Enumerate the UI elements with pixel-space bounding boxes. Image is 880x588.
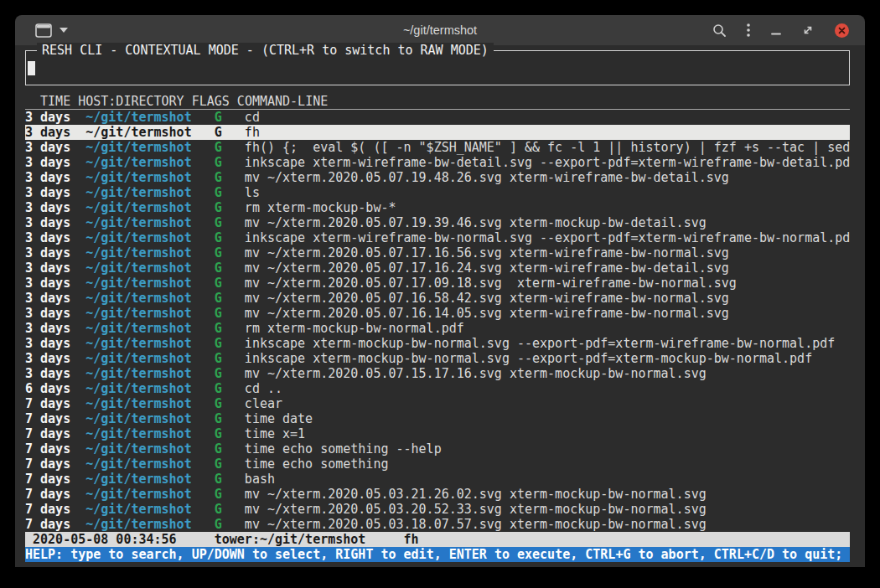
history-row[interactable]: 3 days ~/git/termshot G cd — [25, 110, 850, 125]
flags-cell: G — [215, 260, 237, 276]
host-dir-cell: ~/git/termshot — [85, 110, 206, 125]
history-row[interactable]: 3 days ~/git/termshot G mv ~/xterm.2020.… — [25, 366, 850, 381]
terminal-screen[interactable]: RESH CLI - CONTEXTUAL MODE - (CTRL+R to … — [15, 45, 865, 567]
host-dir-cell: ~/git/termshot — [85, 170, 206, 185]
flags-cell: G — [215, 230, 237, 245]
history-row[interactable]: 7 days ~/git/termshot G time echo someth… — [25, 456, 850, 472]
close-button[interactable] — [834, 23, 850, 39]
time-cell: 7 days — [25, 487, 78, 502]
command-cell: bash — [245, 472, 275, 487]
history-row[interactable]: 7 days ~/git/termshot G clear — [25, 396, 850, 411]
command-cell: inkscape xterm-mockup-bw-normal.svg --ex… — [245, 351, 812, 366]
flags-cell: G — [215, 472, 237, 487]
flags-cell: G — [215, 321, 237, 336]
time-cell: 3 days — [25, 306, 78, 321]
command-cell: clear — [245, 396, 282, 411]
host-dir-cell: ~/git/termshot — [85, 351, 206, 366]
restore-icon — [801, 23, 815, 37]
host-dir-cell: ~/git/termshot — [85, 276, 206, 291]
command-cell: fh() {; eval $( ([ -n "$ZSH_NAME" ] && f… — [245, 140, 850, 155]
command-cell: mv ~/xterm.2020.05.07.17.16.24.svg xterm… — [245, 260, 729, 276]
time-cell: 3 days — [25, 185, 78, 200]
command-cell: mv ~/xterm.2020.05.03.20.52.33.svg xterm… — [245, 502, 707, 517]
flags-cell: G — [215, 291, 237, 306]
host-dir-cell: ~/git/termshot — [85, 487, 206, 502]
history-row[interactable]: 7 days ~/git/termshot G time x=1 — [25, 426, 850, 441]
flags-cell: G — [215, 517, 237, 532]
flags-cell: G — [215, 351, 237, 366]
history-row[interactable]: 7 days ~/git/termshot G bash — [25, 472, 850, 487]
history-row[interactable]: 7 days ~/git/termshot G mv ~/xterm.2020.… — [25, 502, 850, 517]
flags-cell: G — [215, 140, 237, 155]
history-row[interactable]: 7 days ~/git/termshot G mv ~/xterm.2020.… — [25, 487, 850, 502]
time-cell: 3 days — [25, 366, 78, 381]
flags-cell: G — [215, 245, 237, 260]
titlebar[interactable]: ~/git/termshot — [15, 15, 865, 45]
host-dir-cell: ~/git/termshot — [85, 125, 206, 140]
flags-cell: G — [215, 381, 237, 396]
restore-button[interactable] — [801, 23, 815, 37]
command-cell: cd .. — [245, 381, 282, 396]
history-row[interactable]: 3 days ~/git/termshot G inkscape xterm-w… — [25, 230, 850, 245]
history-row[interactable]: 3 days ~/git/termshot G mv ~/xterm.2020.… — [25, 306, 850, 321]
time-cell: 7 days — [25, 502, 78, 517]
menu-button[interactable] — [746, 23, 751, 38]
close-icon — [834, 23, 850, 39]
host-dir-cell: ~/git/termshot — [85, 185, 206, 200]
help-bar: HELP: type to search, UP/DOWN to select,… — [25, 547, 850, 562]
command-cell: mv ~/xterm.2020.05.07.19.39.46.svg xterm… — [245, 215, 707, 230]
host-dir-cell: ~/git/termshot — [85, 230, 206, 245]
history-row[interactable]: 3 days ~/git/termshot G mv ~/xterm.2020.… — [25, 260, 850, 276]
minimize-button[interactable] — [770, 23, 782, 37]
history-row[interactable]: 3 days ~/git/termshot G rm xterm-mockup-… — [25, 321, 850, 336]
app-menu-button[interactable] — [35, 23, 68, 38]
status-command: fh — [404, 532, 419, 547]
history-row[interactable]: 3 days ~/git/termshot G fh() {; eval $( … — [25, 140, 850, 155]
time-cell: 3 days — [25, 291, 78, 306]
history-row[interactable]: 3 days ~/git/termshot G fh — [25, 125, 850, 140]
history-row[interactable]: 7 days ~/git/termshot G mv ~/xterm.2020.… — [25, 517, 850, 532]
minimize-icon — [770, 23, 782, 37]
flags-cell: G — [215, 396, 237, 411]
host-dir-cell: ~/git/termshot — [85, 396, 206, 411]
command-cell: inkscape xterm-wireframe-bw-detail.svg -… — [245, 155, 850, 170]
history-row[interactable]: 3 days ~/git/termshot G ls — [25, 185, 850, 200]
history-row[interactable]: 3 days ~/git/termshot G inkscape xterm-m… — [25, 351, 850, 366]
history-row[interactable]: 3 days ~/git/termshot G mv ~/xterm.2020.… — [25, 170, 850, 185]
flags-cell: G — [215, 215, 237, 230]
history-row[interactable]: 3 days ~/git/termshot G inkscape xterm-w… — [25, 155, 850, 170]
history-row[interactable]: 7 days ~/git/termshot G time date — [25, 411, 850, 426]
history-row[interactable]: 3 days ~/git/termshot G rm xterm-mockup-… — [25, 200, 850, 215]
command-cell: mv ~/xterm.2020.05.03.18.07.57.svg xterm… — [245, 517, 707, 532]
time-cell: 3 days — [25, 245, 78, 260]
host-dir-cell: ~/git/termshot — [85, 245, 206, 260]
flags-cell: G — [215, 336, 237, 351]
history-row[interactable]: 3 days ~/git/termshot G mv ~/xterm.2020.… — [25, 245, 850, 260]
history-row[interactable]: 6 days ~/git/termshot G cd .. — [25, 381, 850, 396]
search-button[interactable] — [712, 23, 727, 38]
time-cell: 7 days — [25, 411, 78, 426]
kebab-menu-icon — [746, 23, 751, 38]
history-row[interactable]: 3 days ~/git/termshot G mv ~/xterm.2020.… — [25, 291, 850, 306]
host-dir-cell: ~/git/termshot — [85, 517, 206, 532]
command-cell: mv ~/xterm.2020.05.07.17.09.18.svg xterm… — [245, 276, 737, 291]
time-cell: 7 days — [25, 441, 78, 456]
command-cell: mv ~/xterm.2020.05.07.19.48.26.svg xterm… — [245, 170, 729, 185]
history-row[interactable]: 3 days ~/git/termshot G mv ~/xterm.2020.… — [25, 276, 850, 291]
flags-cell: G — [215, 487, 237, 502]
flags-cell: G — [215, 441, 237, 456]
search-input[interactable]: RESH CLI - CONTEXTUAL MODE - (CTRL+R to … — [25, 50, 850, 85]
history-row[interactable]: 7 days ~/git/termshot G time echo someth… — [25, 441, 850, 456]
status-host-dir: tower:~/git/termshot — [215, 532, 366, 547]
history-row[interactable]: 3 days ~/git/termshot G inkscape xterm-m… — [25, 336, 850, 351]
command-cell: time echo something --help — [245, 441, 442, 456]
host-dir-cell: ~/git/termshot — [85, 472, 206, 487]
time-cell: 3 days — [25, 351, 78, 366]
history-row[interactable]: 3 days ~/git/termshot G mv ~/xterm.2020.… — [25, 215, 850, 230]
time-cell: 3 days — [25, 170, 78, 185]
command-cell: mv ~/xterm.2020.05.07.17.16.56.svg xterm… — [245, 245, 729, 260]
flags-cell: G — [215, 125, 237, 140]
terminal-window-icon — [35, 23, 52, 38]
flags-cell: G — [215, 411, 237, 426]
status-bar: 2020-05-08 00:34:56 tower:~/git/termshot… — [25, 532, 850, 547]
